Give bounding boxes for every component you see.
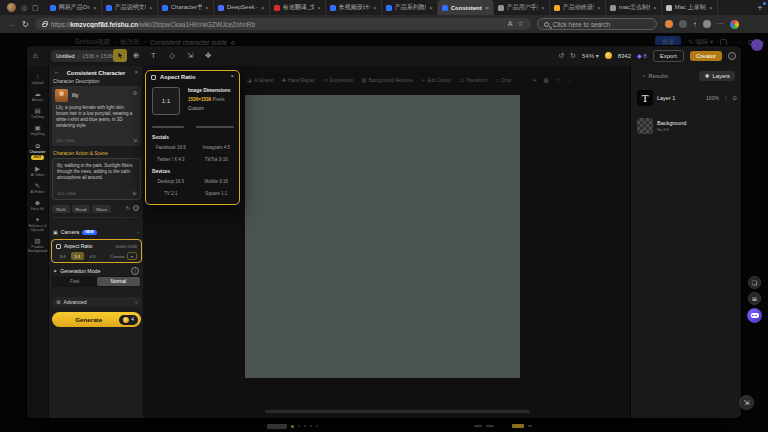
- browser-menu-icon[interactable]: [730, 20, 739, 29]
- height-slider[interactable]: [196, 126, 234, 128]
- background-layer-row[interactable]: BackgroundNo Fill: [637, 116, 737, 136]
- tab-close-icon[interactable]: [541, 5, 545, 11]
- undo-icon[interactable]: ↺: [558, 52, 564, 60]
- browser-tab[interactable]: Consistent ch: [438, 0, 494, 15]
- quick-search-box[interactable]: Click here to search: [537, 18, 657, 30]
- creator-button[interactable]: Creator: [690, 51, 722, 61]
- camera-section[interactable]: ▣ Camera NEW ›: [53, 227, 139, 237]
- suggestion-chip[interactable]: Read: [72, 205, 91, 213]
- browser-tab[interactable]: 产品动效设计: [550, 0, 606, 15]
- suggestion-chip[interactable]: Wave: [92, 205, 111, 213]
- tab-close-icon[interactable]: [373, 5, 377, 11]
- ratio-preset[interactable]: TV 2:1: [148, 191, 194, 196]
- ratio-preset[interactable]: Instagram 4:5: [194, 145, 240, 150]
- help-icon[interactable]: [133, 205, 139, 211]
- refresh-suggestions-icon[interactable]: ↻: [126, 205, 130, 211]
- browser-tab[interactable]: Mac 上录制: [662, 0, 718, 15]
- upload-tray-icon[interactable]: ↑: [693, 20, 697, 29]
- tab-close-icon[interactable]: [205, 5, 209, 11]
- info-icon[interactable]: [728, 52, 736, 60]
- tab-layers[interactable]: ❖Layers: [699, 71, 735, 81]
- rail-tool[interactable]: ▤ Txt2Img: [27, 105, 48, 122]
- browser-tab[interactable]: 产品用户手册: [494, 0, 550, 15]
- tab-close-icon[interactable]: [261, 5, 265, 11]
- canvas-tool[interactable]: ✚ Hand Repair: [282, 77, 315, 83]
- ratio-chip[interactable]: 3:4: [56, 252, 69, 260]
- select-tool-button[interactable]: [113, 49, 127, 62]
- expand-icon[interactable]: ⇲: [132, 190, 136, 196]
- tab-close-icon[interactable]: [429, 5, 433, 11]
- address-bar[interactable]: https://kmzvcqnf8d.feishu.cn/wiki/ZtdpwC…: [35, 18, 531, 30]
- canvas-tool[interactable]: ☺ Expression: [323, 77, 354, 83]
- character-settings-icon[interactable]: ⚙: [133, 90, 137, 96]
- canvas-option[interactable]: Canvas ▾: [110, 252, 137, 260]
- layer-menu-icon[interactable]: ⋮: [723, 95, 729, 101]
- tab-close-icon[interactable]: [485, 5, 489, 11]
- dialog-close-icon[interactable]: ×: [230, 73, 234, 79]
- ai-assistant-button[interactable]: [747, 308, 762, 323]
- mode-option[interactable]: Normal: [97, 277, 141, 286]
- layer-row[interactable]: T Layer 1 100% ⋮ ⊙: [637, 88, 737, 108]
- ratio-preset[interactable]: Desktop 16:9: [148, 179, 194, 184]
- read-aloud-icon[interactable]: A: [508, 20, 513, 28]
- refresh-icon[interactable]: ↻: [22, 20, 29, 29]
- canvas-extra-icon[interactable]: ▦: [544, 77, 549, 83]
- generate-button[interactable]: Generate 4: [52, 312, 141, 327]
- tab-close-icon[interactable]: [317, 5, 321, 11]
- tab-close-icon[interactable]: [597, 5, 601, 11]
- bell-icon[interactable]: [720, 39, 727, 46]
- tab-close-icon[interactable]: [709, 5, 713, 11]
- layer-visibility-icon[interactable]: ⊙: [732, 95, 737, 101]
- browser-tab[interactable]: DeepSeek - 探: [214, 0, 270, 15]
- shape-tool-icon[interactable]: ◇: [169, 51, 175, 60]
- tab-close-icon[interactable]: [93, 5, 97, 11]
- rail-tool[interactable]: ☁ Assets: [27, 88, 48, 105]
- browser-tab[interactable]: Character书写: [158, 0, 214, 15]
- canvas-extra-icon[interactable]: ☆: [556, 77, 561, 83]
- hand-tool-icon[interactable]: ✥: [205, 51, 211, 60]
- canvas-tool[interactable]: ✂ Edit Cutout: [421, 77, 451, 83]
- back-icon[interactable]: ←: [8, 20, 16, 29]
- upload-tool-icon[interactable]: ⊕: [133, 51, 139, 60]
- artboard[interactable]: [245, 95, 520, 378]
- ratio-chip[interactable]: 1:1: [71, 252, 84, 260]
- canvas-tool[interactable]: ▨ Background Remove: [362, 77, 414, 83]
- tab-results[interactable]: ◔Results: [637, 71, 673, 81]
- canvas-tool[interactable]: ◪ AI Eraser: [247, 77, 274, 83]
- canvas-dropdown-icon[interactable]: ▾: [127, 252, 137, 260]
- browser-tab[interactable]: 有道翻译_文本: [270, 0, 326, 15]
- extension-icon-3[interactable]: [703, 20, 711, 28]
- pin-icon[interactable]: [231, 41, 235, 45]
- ratio-preset[interactable]: TikTok 9:16: [194, 157, 240, 162]
- suggestion-chip[interactable]: Walk: [52, 205, 70, 213]
- redo-icon[interactable]: ↻: [570, 52, 576, 60]
- more-menu-icon[interactable]: ⋯: [717, 20, 724, 28]
- canvas-tool[interactable]: □ Crop: [496, 77, 511, 83]
- advanced-section[interactable]: ⚙ Advanced ›: [52, 297, 141, 307]
- ratio-preset[interactable]: Facebook 16:9: [148, 145, 194, 150]
- ratio-chip[interactable]: 4:3: [86, 252, 99, 260]
- browser-tab[interactable]: 长视频设计相关: [326, 0, 382, 15]
- extension-icon-1[interactable]: [665, 20, 673, 28]
- browser-tab[interactable]: 产品系列教程: [382, 0, 438, 15]
- canvas-tool[interactable]: ▭ Transform: [459, 77, 487, 83]
- ratio-preset[interactable]: Square 1:1: [194, 191, 240, 196]
- favorite-star-icon[interactable]: ☆: [517, 20, 523, 28]
- tab-close-icon[interactable]: [149, 5, 153, 11]
- capture-translate-button[interactable]: ❏: [748, 276, 761, 289]
- generation-mode-info-icon[interactable]: [131, 267, 139, 275]
- export-button[interactable]: Export: [653, 50, 684, 62]
- browser-tab[interactable]: mac怎么制作: [606, 0, 662, 15]
- apps-grid-button[interactable]: ⊞: [748, 292, 761, 305]
- tab-search-icon[interactable]: ▢: [32, 3, 39, 12]
- custom-button[interactable]: Custom: [188, 106, 204, 111]
- ratio-preset[interactable]: Mobile 9:16: [194, 179, 240, 184]
- browser-tab[interactable]: 网易产品Onbo: [46, 0, 102, 15]
- expand-preview-button[interactable]: ⇲: [739, 395, 754, 410]
- character-card[interactable]: lily ⚙ Lily, a young female with light s…: [52, 86, 141, 146]
- rail-tool[interactable]: ▣ Img2Img: [27, 122, 48, 139]
- workspaces-icon[interactable]: ◎: [21, 3, 27, 12]
- rail-tool[interactable]: ☺ Character HOT: [27, 140, 48, 163]
- browser-profile-avatar[interactable]: [7, 3, 16, 12]
- rail-tool[interactable]: ✦ Enhance & Upscale: [27, 214, 48, 235]
